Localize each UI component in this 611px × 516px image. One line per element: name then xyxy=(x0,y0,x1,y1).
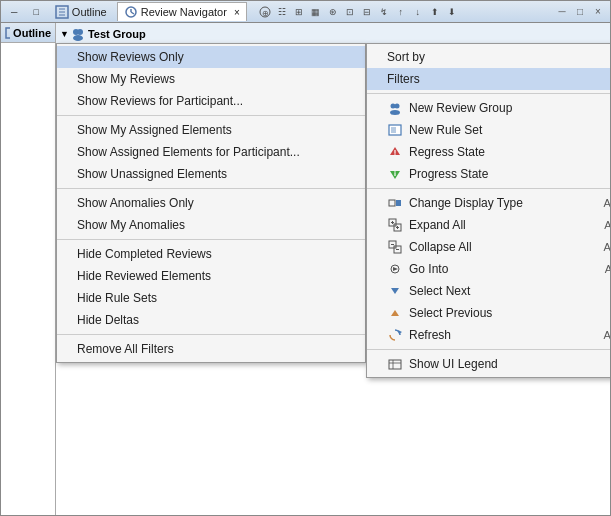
show-reviews-only-label: Show Reviews Only xyxy=(77,50,353,64)
toolbar-icons: ⊕ ☷ ⊞ ▦ ⊛ ⊡ ⊟ ↯ ↑ ↓ ⬆ ⬇ xyxy=(257,4,460,20)
hide-completed-label: Hide Completed Reviews xyxy=(77,247,353,261)
show-ui-legend-icon xyxy=(387,356,403,372)
svg-marker-58 xyxy=(391,288,399,294)
panel-minimize-btn[interactable]: ─ xyxy=(554,4,570,20)
menu-item-show-my-reviews[interactable]: Show My Reviews xyxy=(57,68,365,90)
menu-item-hide-deltas[interactable]: Hide Deltas xyxy=(57,309,365,331)
svg-point-43 xyxy=(394,171,396,173)
menu-item-hide-rule-sets[interactable]: Hide Rule Sets xyxy=(57,287,365,309)
show-anomalies-only-label: Show Anomalies Only xyxy=(77,196,353,210)
svg-point-33 xyxy=(390,110,400,115)
menu-item-collapse-all[interactable]: Collapse All Alt+4, C xyxy=(367,236,610,258)
show-unassigned-label: Show Unassigned Elements xyxy=(77,167,353,181)
remove-all-filters-label: Remove All Filters xyxy=(77,342,353,356)
menu-item-show-assigned-participant[interactable]: Show Assigned Elements for Participant..… xyxy=(57,141,365,163)
main-window: ─ □ Outline Review Navigator × xyxy=(0,0,611,516)
menu-item-progress-state[interactable]: Progress State xyxy=(367,163,610,185)
show-reviews-participant-label: Show Reviews for Participant... xyxy=(77,94,353,108)
collapse-all-icon xyxy=(387,239,403,255)
tab-review-navigator-label: Review Navigator xyxy=(141,6,227,18)
menu-item-new-review-group[interactable]: New Review Group xyxy=(367,97,610,119)
tab-outline[interactable]: Outline xyxy=(49,3,113,21)
menu-sep-4 xyxy=(57,334,365,335)
new-review-group-label: New Review Group xyxy=(409,101,610,115)
toolbar-icon-6[interactable]: ⊡ xyxy=(342,4,358,20)
window-controls: ─ □ × xyxy=(554,4,606,20)
panel-close-btn[interactable]: × xyxy=(590,4,606,20)
toolbar-icon-7[interactable]: ⊟ xyxy=(359,4,375,20)
expand-all-shortcut: Alt+4, E xyxy=(604,219,610,231)
tree-header: ▼ Test Group xyxy=(56,23,610,45)
menu-item-show-reviews-only[interactable]: Show Reviews Only xyxy=(57,46,365,68)
menu-item-show-unassigned[interactable]: Show Unassigned Elements xyxy=(57,163,365,185)
select-previous-label: Select Previous xyxy=(409,306,610,320)
content-area: Outline ▼ Test Group xyxy=(1,23,610,515)
select-previous-icon xyxy=(387,305,403,321)
progress-state-label: Progress State xyxy=(409,167,610,181)
refresh-icon xyxy=(387,327,403,343)
collapse-all-shortcut: Alt+4, C xyxy=(604,241,610,253)
toolbar-icon-3[interactable]: ⊞ xyxy=(291,4,307,20)
outline-header: Outline xyxy=(1,23,55,43)
menu-item-regress-state[interactable]: Regress State xyxy=(367,141,610,163)
toolbar-icon-12[interactable]: ⬇ xyxy=(444,4,460,20)
menu-item-select-previous[interactable]: Select Previous xyxy=(367,302,610,324)
tab-close-btn[interactable]: × xyxy=(234,7,240,18)
tree-expand-icon[interactable]: ▼ xyxy=(60,29,69,39)
menu-item-expand-all[interactable]: Expand All Alt+4, E xyxy=(367,214,610,236)
menu-item-hide-reviewed[interactable]: Hide Reviewed Elements xyxy=(57,265,365,287)
expand-all-icon xyxy=(387,217,403,233)
toolbar-icon-1[interactable]: ⊕ xyxy=(257,4,273,20)
toolbar-icon-11[interactable]: ⬆ xyxy=(427,4,443,20)
expand-all-label: Expand All xyxy=(409,218,598,232)
title-bar: ─ □ Outline Review Navigator × xyxy=(1,1,610,23)
change-display-type-shortcut: Alt+4, D xyxy=(604,197,610,209)
svg-point-11 xyxy=(77,29,83,35)
outline-title: Outline xyxy=(13,27,51,39)
toolbar-icon-10[interactable]: ↓ xyxy=(410,4,426,20)
menu-item-filters[interactable]: Filters ▶ xyxy=(367,68,610,90)
group-icon xyxy=(71,27,85,41)
menu-item-sort-by[interactable]: Sort by ▶ xyxy=(367,46,610,68)
menu-item-remove-all-filters[interactable]: Remove All Filters xyxy=(57,338,365,360)
menu-item-refresh[interactable]: Refresh Alt+4, R xyxy=(367,324,610,346)
svg-rect-45 xyxy=(396,200,401,206)
svg-marker-59 xyxy=(391,310,399,316)
outline-tree[interactable] xyxy=(1,43,55,515)
sort-by-label: Sort by xyxy=(387,50,610,64)
menu-item-show-ui-legend[interactable]: Show UI Legend xyxy=(367,353,610,375)
right-menu-sep-1 xyxy=(367,93,610,94)
toolbar-icon-8[interactable]: ↯ xyxy=(376,4,392,20)
svg-rect-44 xyxy=(389,200,395,206)
collapse-all-label: Collapse All xyxy=(409,240,598,254)
window-minimize-btn[interactable]: ─ xyxy=(5,5,23,19)
toolbar-icon-2[interactable]: ☷ xyxy=(274,4,290,20)
tab-review-navigator[interactable]: Review Navigator × xyxy=(117,2,247,21)
panel-maximize-btn[interactable]: □ xyxy=(572,4,588,20)
left-dropdown-menu: Show Reviews Only Show My Reviews Show R… xyxy=(56,43,366,363)
hide-reviewed-label: Hide Reviewed Elements xyxy=(77,269,353,283)
menu-item-hide-completed[interactable]: Hide Completed Reviews xyxy=(57,243,365,265)
menu-item-select-next[interactable]: Select Next xyxy=(367,280,610,302)
menu-sep-1 xyxy=(57,115,365,116)
go-into-label: Go Into xyxy=(409,262,599,276)
outline-icon xyxy=(55,5,69,19)
menu-item-show-anomalies-only[interactable]: Show Anomalies Only xyxy=(57,192,365,214)
refresh-shortcut: Alt+4, R xyxy=(604,329,610,341)
outline-panel: Outline xyxy=(1,23,56,515)
toolbar-icon-5[interactable]: ⊛ xyxy=(325,4,341,20)
window-restore-btn[interactable]: □ xyxy=(27,5,44,19)
menu-item-new-rule-set[interactable]: New Rule Set xyxy=(367,119,610,141)
menu-item-show-my-anomalies[interactable]: Show My Anomalies xyxy=(57,214,365,236)
menu-item-show-my-assigned[interactable]: Show My Assigned Elements xyxy=(57,119,365,141)
tree-root-label: Test Group xyxy=(88,28,146,40)
menu-item-go-into[interactable]: Go Into Alt+4, Z xyxy=(367,258,610,280)
menu-item-change-display-type[interactable]: Change Display Type Alt+4, D xyxy=(367,192,610,214)
review-nav-icon xyxy=(124,5,138,19)
toolbar-icon-9[interactable]: ↑ xyxy=(393,4,409,20)
show-my-reviews-label: Show My Reviews xyxy=(77,72,353,86)
svg-rect-9 xyxy=(6,28,10,38)
menu-item-show-reviews-participant[interactable]: Show Reviews for Participant... xyxy=(57,90,365,112)
refresh-label: Refresh xyxy=(409,328,598,342)
toolbar-icon-4[interactable]: ▦ xyxy=(308,4,324,20)
